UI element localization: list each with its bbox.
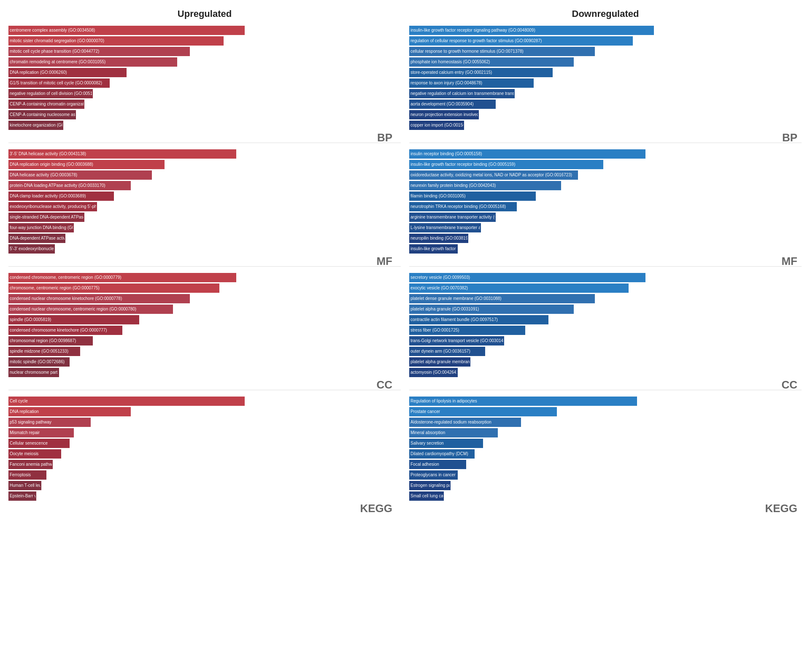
bar-label: mitotic spindle (GO:0072686) <box>10 357 65 367</box>
bar-label: neurotrophin TRKA receptor binding (GO:0… <box>410 202 506 211</box>
bar-row: spindle (GO:0005819) <box>8 315 380 324</box>
bar-label: Focal adhesion <box>410 460 439 469</box>
bar-row: chromosomal region (GO:0098687) <box>8 336 380 345</box>
bar-wrapper: DNA replication origin binding (GO:00036… <box>8 160 165 169</box>
bar-label: Estrogen signaling pathway <box>410 481 450 490</box>
bar-row: condensed nuclear chromosome, centromeri… <box>8 305 380 314</box>
bar-wrapper: neuron projection extension involved in … <box>409 110 479 119</box>
upregulated-panel: Upregulated centromere complex assembly … <box>4 8 405 513</box>
bar-row: mitotic cell cycle phase transition (GO:… <box>8 47 380 56</box>
bar-row: negative regulation of calcium ion trans… <box>409 89 780 98</box>
bar-label: contractile actin filament bundle (GO:00… <box>410 315 498 324</box>
bar-label: single-stranded DNA-dependent ATPase act… <box>10 213 84 222</box>
upregulated-mf-bars: 3'-5' DNA helicase activity (GO:0043138)… <box>8 149 380 254</box>
bar-wrapper: Small cell lung cancer <box>409 491 444 501</box>
bar-label: Mismatch repair <box>10 428 40 437</box>
bar-row: condensed chromosome kinetochore (GO:000… <box>8 326 380 335</box>
bar-label: Salivary secretion <box>410 439 444 448</box>
bar-label: nuclear chromosome part (GO:0044454) <box>10 368 58 377</box>
bar-label: Proteoglycans in cancer <box>410 470 456 480</box>
bar-row: DNA-dependent ATPase activity (GO:000809… <box>8 234 380 243</box>
bar-label: copper ion import (GO:0015677) <box>410 121 463 130</box>
bar-wrapper: Ferroptosis <box>8 470 46 480</box>
bar-row: Regulation of lipolysis in adipocytes <box>409 397 780 406</box>
bar-label: stress fiber (GO:0001725) <box>410 326 459 335</box>
upregulated-bp-bars: centromere complex assembly (GO:0034508)… <box>8 26 380 130</box>
bar-label: 5'-3' exodeoxyribonuclease activity (GO:… <box>10 244 54 254</box>
bar-wrapper: nuclear chromosome part (GO:0044454) <box>8 368 59 377</box>
bar-row: platelet alpha granule (GO:0031091) <box>409 305 780 314</box>
bar-label: Human T-cell leukemia virus 1 infection <box>10 481 40 490</box>
bar-row: L-lysine transmembrane transporter activ… <box>409 223 780 232</box>
bar-wrapper: phosphate ion homeostasis (GO:0055062) <box>409 57 574 67</box>
bar-wrapper: DNA replication <box>8 407 131 416</box>
bar-label: exocytic vesicle (GO:0070382) <box>410 283 468 293</box>
bar-label: Aldosterone-regulated sodium reabsorptio… <box>410 418 491 427</box>
bar-wrapper: exocytic vesicle (GO:0070382) <box>409 283 629 293</box>
bar-row: aorta development (GO:0035904) <box>409 100 780 109</box>
bar-row: DNA helicase activity (GO:0003678) <box>8 170 380 180</box>
bar-row: secretory vesicle (GO:0099503) <box>409 273 780 282</box>
bar-label: secretory vesicle (GO:0099503) <box>410 273 470 282</box>
bar-row: Mismatch repair <box>8 428 380 437</box>
bar-row: platelet dense granule membrane (GO:0031… <box>409 294 780 303</box>
upregulated-mf-section: 3'-5' DNA helicase activity (GO:0043138)… <box>8 149 401 254</box>
bar-wrapper: filamin binding (GO:0031005) <box>409 192 536 201</box>
bar-row: insulin receptor binding (GO:0005158) <box>409 149 780 159</box>
bar-label: exodeoxyribonuclease activity, producing… <box>10 202 96 211</box>
bar-label: CENP-A containing chromatin organization… <box>10 100 84 109</box>
bar-row: centromere complex assembly (GO:0034508) <box>8 26 380 35</box>
bar-wrapper: chromosomal region (GO:0098687) <box>8 336 93 345</box>
bar-label: Ferroptosis <box>10 470 31 480</box>
bar-wrapper: Aldosterone-regulated sodium reabsorptio… <box>409 418 521 427</box>
bar-label: protein-DNA loading ATPase activity (GO:… <box>10 181 105 190</box>
bar-label: store-operated calcium entry (GO:0002115… <box>410 68 492 77</box>
cc-label-up: CC <box>376 378 392 391</box>
bar-wrapper: p53 signaling pathway <box>8 418 91 427</box>
bar-wrapper: platelet alpha granule membrane (GO:0031… <box>409 357 470 367</box>
bar-row: Oocyte meiosis <box>8 449 380 459</box>
bar-wrapper: Human T-cell leukemia virus 1 infection <box>8 481 41 490</box>
bar-wrapper: Mismatch repair <box>8 428 74 437</box>
bar-row: DNA replication <box>8 407 380 416</box>
bar-wrapper: centromere complex assembly (GO:0034508) <box>8 26 245 35</box>
bar-wrapper: cellular response to growth hormone stim… <box>409 47 595 56</box>
bar-wrapper: Prostate cancer <box>409 407 557 416</box>
bar-row: insulin-like growth factor receptor sign… <box>409 26 780 35</box>
bar-label: platelet alpha granule (GO:0031091) <box>410 305 479 314</box>
bar-wrapper: single-stranded DNA-dependent ATPase act… <box>8 213 84 222</box>
bar-wrapper: insulin-like growth factor receptor sign… <box>409 26 654 35</box>
bar-row: Estrogen signaling pathway <box>409 481 780 490</box>
bar-wrapper: actomyosin (GO:0042641) <box>409 368 458 377</box>
upregulated-title: Upregulated <box>8 8 401 19</box>
bar-row: Mineral absorption <box>409 428 780 437</box>
bar-label: condensed nuclear chromosome kinetochore… <box>10 294 122 303</box>
bar-label: Oocyte meiosis <box>10 449 38 459</box>
bar-row: neurotrophin TRKA receptor binding (GO:0… <box>409 202 780 211</box>
bar-row: G1/S transition of mitotic cell cycle (G… <box>8 78 380 88</box>
downregulated-bp-bars: insulin-like growth factor receptor sign… <box>409 26 780 130</box>
bar-wrapper: condensed nuclear chromosome kinetochore… <box>8 294 190 303</box>
bar-label: Mineral absorption <box>410 428 445 437</box>
bar-wrapper: G1/S transition of mitotic cell cycle (G… <box>8 78 110 88</box>
bar-label: DNA replication (GO:0006260) <box>10 68 67 77</box>
bar-row: DNA clamp loader activity (GO:0003689) <box>8 192 380 201</box>
bar-label: DNA replication origin binding (GO:00036… <box>10 160 93 169</box>
bar-label: condensed chromosome kinetochore (GO:000… <box>10 326 107 335</box>
bar-row: platelet alpha granule membrane (GO:0031… <box>409 357 780 367</box>
bar-label: DNA-dependent ATPase activity (GO:000809… <box>10 234 65 243</box>
bar-label: regulation of cellular response to growt… <box>410 36 542 46</box>
upregulated-cc-section: condensed chromosome, centromeric region… <box>8 273 401 377</box>
bar-wrapper: response to axon injury (GO:0048678) <box>409 78 534 88</box>
bar-label: negative regulation of calcium ion trans… <box>410 89 514 98</box>
bar-wrapper: Mineral absorption <box>409 428 498 437</box>
cc-label-down: CC <box>781 378 797 391</box>
downregulated-mf-bars: insulin receptor binding (GO:0005158)ins… <box>409 149 780 254</box>
upregulated-kegg-section: Cell cycleDNA replicationp53 signaling p… <box>8 397 401 501</box>
downregulated-bp-section: insulin-like growth factor receptor sign… <box>409 26 802 130</box>
bar-row: CENP-A containing nucleosome assembly (G… <box>8 110 380 119</box>
bar-wrapper: condensed nuclear chromosome, centromeri… <box>8 305 173 314</box>
bar-wrapper: L-lysine transmembrane transporter activ… <box>409 223 481 232</box>
bar-wrapper: condensed chromosome, centromeric region… <box>8 273 236 282</box>
bar-row: neurexin family protein binding (GO:0042… <box>409 181 780 190</box>
